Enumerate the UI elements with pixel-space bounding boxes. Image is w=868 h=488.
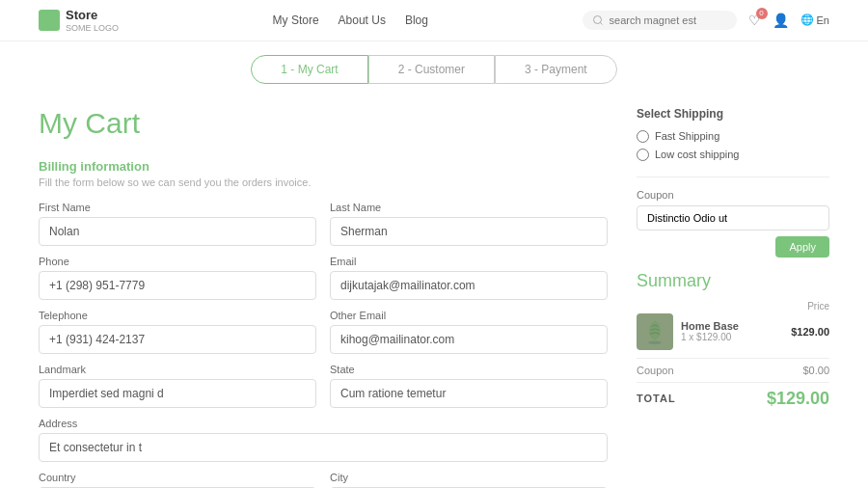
summary-section: Summary Price Home Base 1 x $129.00 bbox=[637, 271, 829, 409]
landmark-group: Landmark bbox=[39, 364, 316, 408]
coupon-input[interactable] bbox=[637, 205, 829, 230]
email-label: Email bbox=[330, 256, 608, 267]
navbar: Store SOME LOGO My Store About Us Blog ♡… bbox=[0, 0, 868, 41]
coupon-line-label: Coupon bbox=[637, 365, 674, 376]
logo-sub: SOME LOGO bbox=[66, 23, 119, 33]
low-cost-shipping-label: Low cost shipping bbox=[655, 149, 739, 160]
phone-group: Phone bbox=[39, 256, 316, 300]
low-cost-shipping-radio[interactable] bbox=[637, 149, 649, 161]
shipping-options-title: Select Shipping bbox=[637, 107, 829, 121]
step-payment[interactable]: 3 - Payment bbox=[495, 55, 617, 84]
svg-point-0 bbox=[593, 15, 601, 23]
search-icon bbox=[592, 14, 604, 26]
shipping-options: Select Shipping Fast Shipping Low cost s… bbox=[637, 107, 829, 161]
state-label: State bbox=[330, 364, 608, 375]
last-name-input[interactable] bbox=[330, 217, 608, 246]
product-price: $129.00 bbox=[791, 326, 829, 338]
product-thumbnail bbox=[637, 313, 673, 350]
country-city-row: Country City bbox=[39, 472, 608, 488]
billing-subtitle: Fill the form below so we can send you t… bbox=[39, 176, 608, 188]
fast-shipping-radio[interactable] bbox=[637, 130, 649, 143]
landmark-input[interactable] bbox=[39, 379, 316, 408]
logo-icon bbox=[39, 10, 60, 31]
state-input[interactable] bbox=[330, 379, 608, 408]
total-line: TOTAL $129.00 bbox=[637, 389, 829, 409]
step-mycart[interactable]: 1 - My Cart bbox=[251, 55, 367, 84]
total-label: TOTAL bbox=[637, 393, 676, 404]
landmark-state-row: Landmark State bbox=[39, 364, 608, 408]
billing-section: Billing information Fill the form below … bbox=[39, 159, 608, 488]
user-icon[interactable]: 👤 bbox=[773, 13, 789, 28]
other-email-label: Other Email bbox=[330, 310, 608, 321]
summary-divider-2 bbox=[637, 382, 829, 383]
address-label: Address bbox=[39, 418, 608, 429]
name-row: First Name Last Name bbox=[39, 202, 608, 246]
summary-product-item: Home Base 1 x $129.00 $129.00 bbox=[637, 313, 829, 350]
steps-bar: 1 - My Cart 2 - Customer 3 - Payment bbox=[0, 55, 868, 84]
phone-label: Phone bbox=[39, 256, 316, 267]
landmark-label: Landmark bbox=[39, 364, 316, 375]
fast-shipping-label: Fast Shipping bbox=[655, 130, 719, 142]
city-label: City bbox=[330, 472, 608, 483]
city-group: City bbox=[330, 472, 608, 488]
price-col-label: Price bbox=[637, 301, 829, 312]
coupon-label: Coupon bbox=[637, 189, 829, 201]
coupon-section: Coupon Apply bbox=[637, 189, 829, 258]
first-name-label: First Name bbox=[39, 202, 316, 213]
summary-title: Summary bbox=[637, 271, 829, 291]
apply-coupon-button[interactable]: Apply bbox=[775, 236, 829, 258]
product-info: Home Base 1 x $129.00 bbox=[681, 320, 783, 342]
svg-point-2 bbox=[648, 340, 661, 343]
email-input[interactable] bbox=[330, 271, 608, 300]
address-row: Address bbox=[39, 418, 608, 462]
last-name-group: Last Name bbox=[330, 202, 608, 246]
wishlist-badge: 0 bbox=[756, 8, 768, 19]
country-label: Country bbox=[39, 472, 316, 483]
telephone-label: Telephone bbox=[39, 310, 316, 321]
other-email-input[interactable] bbox=[330, 325, 608, 354]
phone-email-row: Phone Email bbox=[39, 256, 608, 300]
language-selector[interactable]: 🌐 En bbox=[800, 14, 829, 26]
right-column: Select Shipping Fast Shipping Low cost s… bbox=[637, 107, 829, 488]
logo: Store SOME LOGO bbox=[39, 8, 119, 33]
svg-line-1 bbox=[600, 22, 602, 24]
nav-right: ♡ 0 👤 🌐 En bbox=[583, 11, 829, 30]
shipping-radio-group: Fast Shipping Low cost shipping bbox=[637, 130, 829, 161]
product-image bbox=[641, 318, 668, 345]
tel-otheremail-row: Telephone Other Email bbox=[39, 310, 608, 354]
left-column: My Cart Billing information Fill the for… bbox=[39, 107, 608, 488]
low-cost-shipping-option[interactable]: Low cost shipping bbox=[637, 149, 829, 161]
email-group: Email bbox=[330, 256, 608, 300]
search-bar[interactable] bbox=[583, 11, 737, 30]
country-group: Country bbox=[39, 472, 316, 488]
wishlist-icon[interactable]: ♡ 0 bbox=[748, 13, 761, 28]
main-content: My Cart Billing information Fill the for… bbox=[0, 97, 868, 488]
page-title: My Cart bbox=[39, 107, 608, 140]
state-group: State bbox=[330, 364, 608, 408]
coupon-line: Coupon $0.00 bbox=[637, 365, 829, 376]
summary-divider-1 bbox=[637, 358, 829, 359]
nav-my-store[interactable]: My Store bbox=[273, 14, 319, 27]
fast-shipping-option[interactable]: Fast Shipping bbox=[637, 130, 829, 143]
product-qty: 1 x $129.00 bbox=[681, 332, 783, 342]
nav-about-us[interactable]: About Us bbox=[339, 14, 386, 27]
telephone-input[interactable] bbox=[39, 325, 316, 354]
logo-text: Store bbox=[66, 8, 119, 23]
step-customer[interactable]: 2 - Customer bbox=[368, 55, 495, 84]
phone-input[interactable] bbox=[39, 271, 316, 300]
other-email-group: Other Email bbox=[330, 310, 608, 354]
total-value: $129.00 bbox=[767, 389, 829, 409]
billing-title: Billing information bbox=[39, 159, 608, 174]
first-name-group: First Name bbox=[39, 202, 316, 246]
search-input[interactable] bbox=[610, 14, 725, 26]
address-input[interactable] bbox=[39, 433, 608, 462]
coupon-line-value: $0.00 bbox=[802, 365, 829, 376]
last-name-label: Last Name bbox=[330, 202, 608, 213]
nav-links: My Store About Us Blog bbox=[273, 14, 428, 27]
first-name-input[interactable] bbox=[39, 217, 316, 246]
nav-blog[interactable]: Blog bbox=[405, 14, 428, 27]
product-name: Home Base bbox=[681, 320, 783, 332]
address-group: Address bbox=[39, 418, 608, 462]
divider-1 bbox=[637, 176, 829, 177]
telephone-group: Telephone bbox=[39, 310, 316, 354]
